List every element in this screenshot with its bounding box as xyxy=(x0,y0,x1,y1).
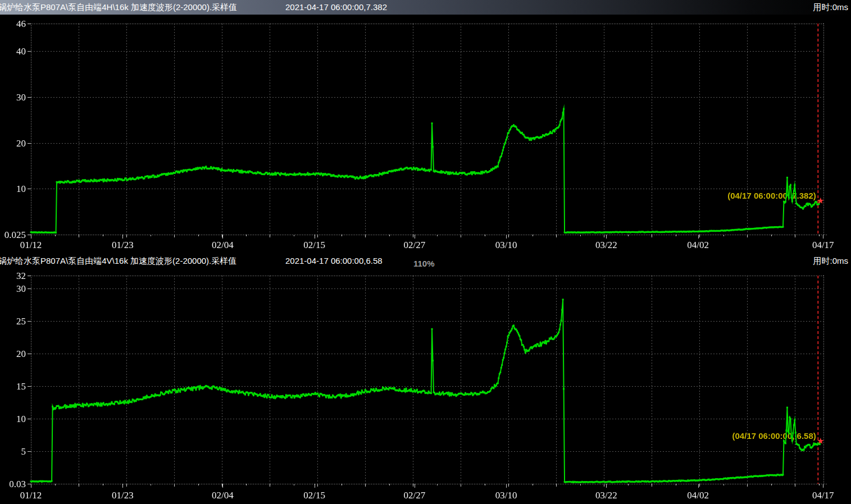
chart2-title: 锅炉给水泵P807A\泵自由端4V\16k 加速度波形(2-20000).采样值 xyxy=(0,256,236,267)
chart1-trend-plot[interactable] xyxy=(0,15,851,253)
chart1-title: 锅炉给水泵P807A\泵自由端4H\16k 加速度波形(2-20000).采样值 xyxy=(0,2,237,13)
chart2-cursor-datetime-value: 2021-04-17 06:00:00,6.58 xyxy=(285,256,383,265)
chart1-elapsed-time: 用时:0ms xyxy=(813,2,848,13)
chart2-trend-plot[interactable] xyxy=(0,271,851,504)
chart1-cursor-datetime-value: 2021-04-17 06:00:00,7.382 xyxy=(285,2,387,12)
zoom-level-indicator: 110% xyxy=(413,259,435,268)
chart1-header-bar: 锅炉给水泵P807A\泵自由端4H\16k 加速度波形(2-20000).采样值… xyxy=(0,0,851,16)
chart2-elapsed-time: 用时:0ms xyxy=(813,256,848,267)
trend-analysis-window: 锅炉给水泵P807A\泵自由端4H\16k 加速度波形(2-20000).采样值… xyxy=(0,0,851,504)
